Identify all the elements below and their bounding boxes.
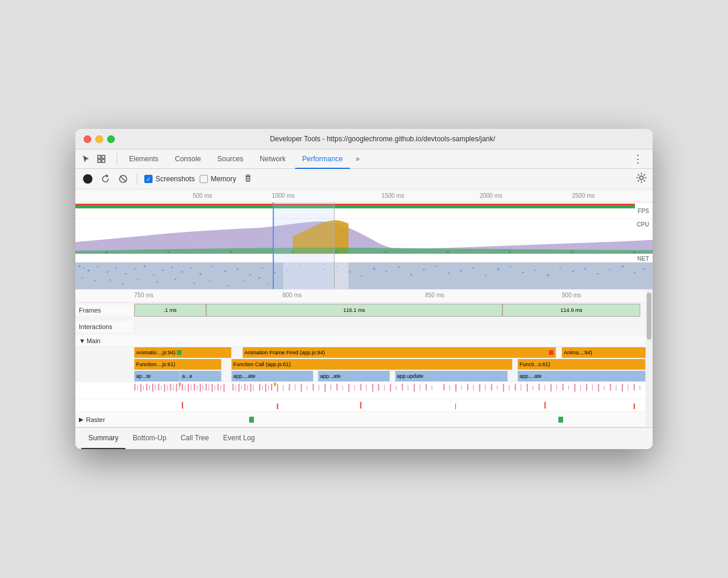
- svg-rect-180: [557, 384, 557, 391]
- screenshots-toggle[interactable]: ✓ Screenshots: [144, 175, 195, 183]
- frame-block-1[interactable]: 116.1 ms: [206, 304, 502, 317]
- svg-rect-60: [485, 275, 486, 276]
- svg-rect-41: [249, 274, 251, 275]
- tab-menu-button[interactable]: ⋮: [628, 150, 648, 168]
- flame-app-1[interactable]: ap...te: [134, 371, 180, 381]
- main-ruler: 750 ms 800 ms 850 ms 900 ms: [75, 290, 646, 303]
- svg-rect-145: [348, 384, 349, 392]
- tab-summary[interactable]: Summary: [81, 428, 125, 449]
- flame-app-2[interactable]: a...e: [180, 371, 221, 381]
- tab-network[interactable]: Network: [253, 150, 293, 169]
- flame-function-1[interactable]: Function....js:61): [134, 359, 221, 370]
- ruler-tick-2500: 2500 ms: [572, 192, 594, 199]
- svg-rect-84: [227, 285, 229, 286]
- svg-rect-35: [181, 271, 183, 273]
- frame-block-0[interactable]: .1 ms: [134, 304, 206, 317]
- cursor-icon[interactable]: [80, 153, 92, 165]
- svg-rect-102: [176, 384, 177, 392]
- svg-rect-39: [224, 271, 226, 272]
- svg-rect-131: [268, 385, 269, 391]
- svg-rect-110: [200, 384, 201, 392]
- svg-rect-121: [236, 385, 236, 391]
- svg-rect-187: [598, 384, 599, 392]
- svg-point-16: [335, 251, 337, 253]
- svg-rect-2: [98, 160, 101, 162]
- flame-animation-1[interactable]: Animatio....js:94): [134, 347, 231, 358]
- svg-point-21: [633, 251, 635, 253]
- title-bar: Developer Tools - https://googlechrome.g…: [75, 129, 653, 150]
- svg-rect-162: [449, 385, 450, 391]
- svg-point-15: [292, 251, 294, 253]
- svg-rect-128: [259, 384, 260, 391]
- tab-sources[interactable]: Sources: [210, 150, 250, 169]
- tab-performance[interactable]: Performance: [295, 150, 350, 169]
- timeline-overview[interactable]: 500 ms 1000 ms 1500 ms 2000 ms 2500 ms F…: [75, 190, 653, 290]
- timeline-ruler: 500 ms 1000 ms 1500 ms 2000 ms 2500 ms: [75, 190, 653, 202]
- svg-rect-65: [547, 274, 549, 276]
- tab-call-tree[interactable]: Call Tree: [174, 428, 216, 449]
- svg-rect-76: [94, 280, 96, 281]
- tab-event-log[interactable]: Event Log: [216, 428, 262, 449]
- ruler-tick-2000: 2000 ms: [479, 192, 502, 199]
- close-button[interactable]: [84, 135, 91, 143]
- svg-rect-164: [461, 386, 462, 390]
- svg-rect-31: [144, 265, 145, 267]
- svg-rect-130: [265, 384, 266, 392]
- flame-row-3: ap...te a...e app....ate app...ate app.u…: [75, 371, 646, 383]
- reload-button[interactable]: [99, 172, 112, 185]
- memory-toggle[interactable]: Memory: [200, 175, 236, 183]
- tab-more[interactable]: »: [352, 150, 363, 168]
- scrollbar-thumb[interactable]: [647, 293, 651, 340]
- flame-app-5[interactable]: app.update: [395, 371, 508, 381]
- svg-rect-100: [170, 384, 171, 391]
- svg-rect-178: [544, 385, 545, 391]
- minimize-button[interactable]: [95, 135, 103, 143]
- flame-function-2[interactable]: Function Call (app.js:61): [231, 359, 512, 370]
- raster-section[interactable]: ▶ Raster: [75, 412, 646, 427]
- inspect-icon[interactable]: [95, 153, 107, 165]
- svg-rect-196: [277, 404, 278, 410]
- svg-rect-89: [137, 385, 138, 391]
- maximize-button[interactable]: [107, 135, 115, 143]
- screenshots-checkbox[interactable]: ✓: [144, 175, 153, 183]
- tab-console[interactable]: Console: [168, 150, 208, 169]
- svg-rect-142: [330, 384, 331, 391]
- flame-app-3[interactable]: app....ate: [231, 371, 313, 381]
- svg-rect-184: [580, 385, 581, 391]
- flame-app-4[interactable]: app...ate: [318, 371, 390, 381]
- record-button[interactable]: [81, 172, 94, 185]
- frames-label: Frames: [75, 305, 134, 315]
- svg-rect-167: [479, 384, 480, 392]
- flame-animation-2[interactable]: Animation Frame Fired (app.js:94): [243, 347, 556, 358]
- memory-checkbox[interactable]: [200, 175, 208, 183]
- svg-point-18: [446, 251, 449, 253]
- svg-rect-88: [134, 384, 135, 391]
- svg-rect-141: [325, 384, 326, 392]
- screenshots-row: [75, 263, 653, 290]
- net-label: NET: [637, 255, 649, 261]
- svg-rect-59: [472, 267, 474, 268]
- frame-block-2[interactable]: 114.9 ms: [502, 304, 640, 317]
- svg-rect-171: [503, 384, 504, 392]
- svg-rect-62: [510, 266, 511, 267]
- flame-animation-3[interactable]: Anima...:94): [562, 347, 653, 358]
- main-section-header[interactable]: ▼ Main: [75, 335, 646, 347]
- svg-rect-126: [250, 384, 252, 392]
- clear-button[interactable]: [243, 174, 253, 185]
- svg-rect-183: [574, 384, 575, 392]
- stop-button[interactable]: [117, 172, 130, 185]
- settings-button[interactable]: [636, 172, 647, 185]
- svg-rect-129: [262, 386, 263, 390]
- svg-rect-61: [498, 268, 499, 270]
- svg-rect-135: [289, 384, 290, 391]
- svg-rect-86: [259, 277, 260, 279]
- svg-rect-186: [592, 384, 593, 391]
- net-row: NET: [75, 254, 653, 263]
- flame-function-3[interactable]: Functi...s:61): [518, 359, 646, 370]
- svg-rect-1: [102, 155, 105, 158]
- flame-app-6[interactable]: app....ate: [518, 371, 646, 381]
- scrollbar-track[interactable]: [646, 290, 653, 427]
- frames-content: .1 ms 116.1 ms 114.9 ms: [134, 303, 646, 318]
- tab-bottom-up[interactable]: Bottom-Up: [125, 428, 173, 449]
- tab-elements[interactable]: Elements: [122, 150, 166, 169]
